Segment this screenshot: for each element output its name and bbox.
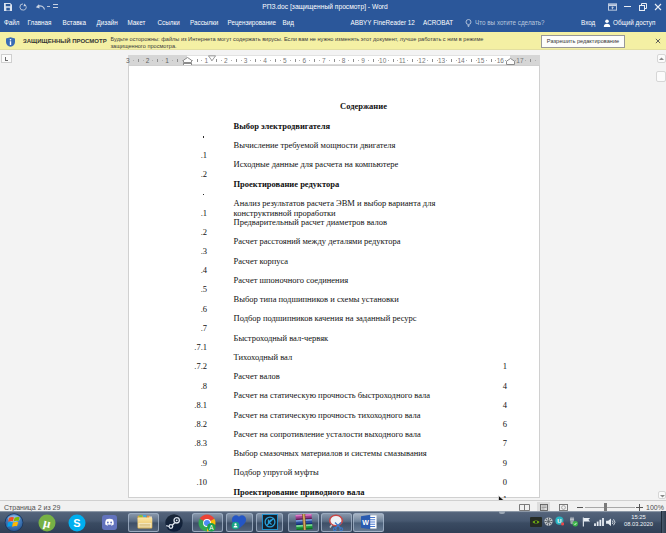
svg-text:U: U [557,518,561,524]
svg-text:W: W [362,519,369,526]
svg-text:A: A [209,523,214,530]
svg-text:S: S [73,516,80,528]
